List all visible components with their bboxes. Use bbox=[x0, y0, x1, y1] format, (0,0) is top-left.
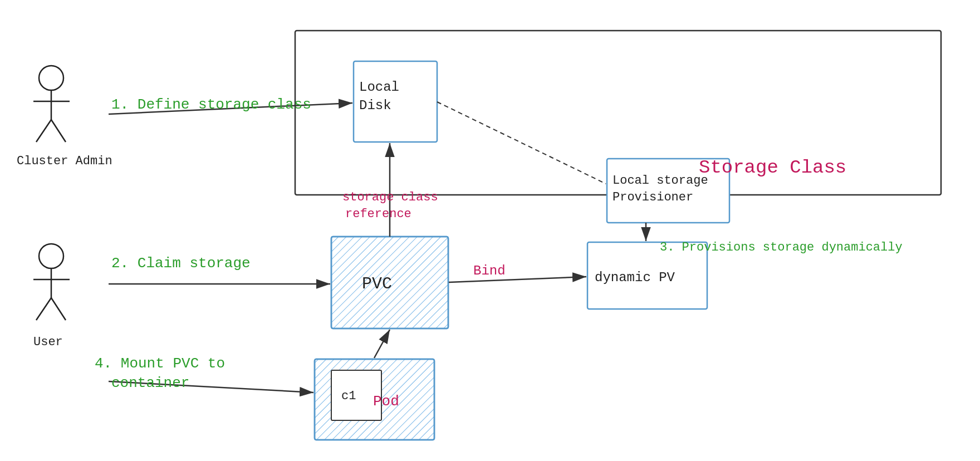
step1-label: 1. Define storage class bbox=[111, 96, 311, 113]
arrow-pvc-to-dynamic-pv bbox=[449, 277, 586, 282]
local-disk-text-line2: Disk bbox=[359, 98, 391, 113]
svg-line-9 bbox=[36, 298, 51, 320]
container-label: c1 bbox=[341, 389, 356, 403]
step3-label: 3. Provisions storage dynamically bbox=[660, 241, 903, 254]
storage-class-ref-line1: storage class bbox=[342, 190, 438, 204]
local-disk-text-line1: Local bbox=[359, 80, 399, 95]
user-label: User bbox=[33, 335, 63, 349]
step4-label-line1: 4. Mount PVC to bbox=[95, 355, 225, 372]
local-storage-provisioner-text-line1: Local storage bbox=[612, 174, 708, 188]
step2-label: 2. Claim storage bbox=[111, 255, 251, 272]
pvc-text: PVC bbox=[362, 274, 392, 293]
svg-line-10 bbox=[51, 298, 66, 320]
step4-label-line2: container bbox=[111, 375, 189, 391]
arrow-pod-to-pvc bbox=[374, 330, 390, 358]
dynamic-pv-text: dynamic PV bbox=[595, 270, 675, 285]
user-head bbox=[39, 244, 63, 268]
storage-class-title-label: Storage Class bbox=[699, 157, 846, 178]
cluster-admin-label: Cluster Admin bbox=[17, 154, 112, 168]
svg-line-5 bbox=[36, 120, 51, 142]
pod-text: Pod bbox=[373, 393, 399, 410]
cluster-admin-head bbox=[39, 66, 63, 90]
svg-line-6 bbox=[51, 120, 66, 142]
diagram-container: Cluster Admin User 1. Define storage cla… bbox=[0, 0, 980, 461]
main-diagram-svg: Cluster Admin User 1. Define storage cla… bbox=[0, 0, 980, 461]
bind-label: Bind bbox=[473, 263, 506, 278]
storage-class-ref-line2: reference bbox=[345, 207, 411, 221]
local-storage-provisioner-text-line2: Provisioner bbox=[612, 190, 693, 204]
